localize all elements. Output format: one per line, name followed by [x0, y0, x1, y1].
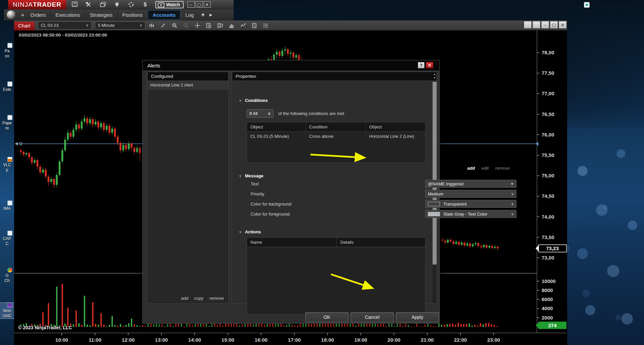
connections-icon[interactable]: [111, 1, 122, 8]
volume-bar: [239, 325, 240, 327]
apply-button[interactable]: Apply: [396, 312, 439, 322]
minimize-button[interactable]: –: [188, 1, 195, 8]
col-name[interactable]: Name: [247, 238, 337, 247]
volume-bar: [126, 325, 127, 327]
indicators-icon[interactable]: [227, 21, 237, 30]
scroll-down-icon[interactable]: ▼: [433, 76, 436, 80]
drawing-tools-icon[interactable]: [238, 21, 248, 30]
crosshair-icon[interactable]: [192, 21, 202, 30]
ok-button[interactable]: OK: [305, 312, 348, 322]
candle-body: [122, 145, 124, 150]
tools-icon[interactable]: [83, 1, 94, 8]
configured-add-link[interactable]: add: [181, 296, 188, 301]
conditions-table[interactable]: Object Condition Object CL 03-23 (5 Minu…: [247, 122, 426, 163]
condition-row[interactable]: CL 03-23 (5 Minute) Cross above Horizont…: [247, 132, 425, 141]
windows-icon[interactable]: [97, 1, 108, 8]
volume-bar: [56, 287, 57, 327]
desktop-icon[interactable]: WonUniC: [0, 303, 14, 319]
condition-match-selector[interactable]: If All∨: [247, 109, 274, 118]
draw-icon[interactable]: [158, 21, 168, 30]
message-section-header[interactable]: ▼Message: [239, 173, 263, 178]
scroll-up-icon[interactable]: ▲: [433, 72, 436, 76]
candle-body: [61, 150, 63, 161]
desktop-icon[interactable]: Paco: [0, 43, 14, 59]
chevron-down-icon: ∨: [86, 23, 89, 27]
watch-button[interactable]: Watch: [155, 1, 183, 8]
desktop-icon[interactable]: Este: [0, 81, 14, 92]
col-condition[interactable]: Condition: [306, 122, 366, 131]
chart-close-button[interactable]: ✕: [559, 21, 566, 28]
volume-bar: [485, 323, 487, 327]
actions-section-header[interactable]: ▼Actions: [239, 229, 261, 234]
tabs-scroll-right-icon[interactable]: ▶: [207, 13, 214, 17]
dialog-close-icon[interactable]: ✕: [426, 62, 433, 68]
tab-log[interactable]: Log: [181, 10, 198, 19]
chart-maximize-button[interactable]: ▢: [550, 21, 558, 28]
conditions-section-header[interactable]: ▼Conditions: [239, 98, 268, 103]
chart-trader-icon[interactable]: [215, 21, 225, 30]
volume-bar: [458, 323, 459, 327]
candle-body: [117, 137, 119, 143]
workspace-icon[interactable]: [69, 1, 80, 8]
configured-copy-link[interactable]: copy: [194, 296, 203, 301]
close-button[interactable]: ✕: [204, 1, 211, 8]
volume-bar: [253, 325, 254, 327]
condition-edit-link[interactable]: edit: [482, 166, 489, 171]
chart-window-tab[interactable]: Chart: [14, 22, 35, 31]
chart-style-icon[interactable]: [147, 21, 157, 30]
time-tick-label: 22:00: [454, 337, 467, 343]
tab-executions[interactable]: Executions: [51, 10, 85, 19]
configured-alert-item[interactable]: Horizontal Line 2 Alert: [147, 81, 229, 90]
add-tab-button[interactable]: +: [198, 11, 207, 18]
alerts-dialog-titlebar[interactable]: Alerts: [143, 60, 439, 70]
data-box-icon[interactable]: [204, 21, 214, 30]
fg-color-combo[interactable]: Slate Gray - Text Color∨: [425, 210, 516, 218]
tab-orders[interactable]: Orders: [26, 10, 51, 19]
candle-body: [97, 122, 99, 127]
candle-body: [450, 240, 452, 241]
desktop-icon[interactable]: IMA: [0, 200, 14, 211]
tab-accounts[interactable]: Accounts: [148, 10, 181, 20]
tab-positions[interactable]: Positions: [117, 10, 148, 19]
desktop-icon[interactable]: GCh: [0, 268, 14, 283]
priority-combo[interactable]: Medium∨: [425, 190, 516, 198]
col-object2[interactable]: Object: [366, 122, 426, 131]
scrollbar-thumb[interactable]: [433, 82, 437, 265]
desktop-icon[interactable]: VLCp: [0, 157, 14, 173]
bg-color-combo[interactable]: Transparent∨: [425, 200, 516, 208]
zoom-in-icon[interactable]: [169, 21, 180, 30]
refresh-icon[interactable]: [125, 1, 137, 8]
condition-remove-link[interactable]: remove: [495, 166, 510, 171]
candle-body: [497, 247, 499, 248]
desktop-icon[interactable]: CAPC: [0, 231, 14, 246]
properties-scroll-arrows[interactable]: ▲▼: [433, 72, 436, 80]
instrument-selector[interactable]: CL 03-23∨: [38, 21, 92, 30]
cancel-button[interactable]: Cancel: [351, 312, 394, 322]
properties-icon[interactable]: [249, 21, 259, 30]
desktop-shortcut-icon[interactable]: [584, 2, 590, 8]
volume-bar: [192, 325, 193, 327]
col-details[interactable]: Details: [337, 238, 426, 247]
panel-button-1[interactable]: [524, 21, 532, 28]
maximize-button[interactable]: ▢: [196, 1, 203, 8]
col-object[interactable]: Object: [247, 122, 306, 131]
actions-table[interactable]: Name Details: [247, 237, 426, 314]
candle-body: [39, 167, 41, 172]
desktop-icon[interactable]: Papere: [0, 115, 14, 131]
volume-bar: [95, 324, 96, 327]
tabs-scroll-left-icon[interactable]: ◀: [19, 13, 26, 17]
dollar-icon[interactable]: $: [139, 1, 151, 8]
message-text-combo[interactable]: @NAME triggered▼: [425, 180, 516, 188]
data-series-icon[interactable]: [261, 21, 271, 30]
tab-strategies[interactable]: Strategies: [85, 10, 118, 19]
condition-add-link[interactable]: add: [467, 166, 475, 171]
interval-selector[interactable]: 5 Minute∨: [95, 21, 145, 30]
volume-bar: [377, 324, 379, 327]
chart-minimize-button[interactable]: –: [541, 21, 549, 28]
help-button[interactable]: ?: [418, 62, 425, 68]
panel-button-2[interactable]: [533, 21, 540, 28]
configured-remove-link[interactable]: remove: [209, 296, 224, 301]
zoom-out-icon[interactable]: [181, 21, 191, 30]
volume-tick-label: 6000: [542, 296, 553, 302]
candle-body: [128, 144, 130, 149]
